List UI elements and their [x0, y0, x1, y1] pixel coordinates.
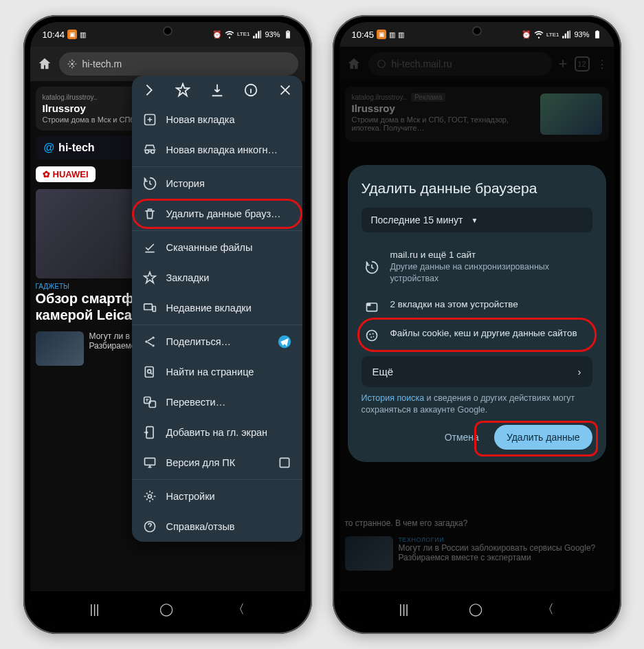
phone-right: 10:45 ▣ ▥ ▥ ⏰ LTE1 93% hi-tech.mail.ru +…: [333, 15, 621, 634]
url-bar[interactable]: hi-tech.m: [59, 52, 298, 76]
chevron-right-icon: ›: [578, 366, 581, 377]
dialog-buttons: Отмена Удалить данные: [362, 425, 592, 450]
row-title: mail.ru и ещё 1 сайт: [390, 249, 591, 261]
notification-icon: ▣: [67, 30, 77, 39]
row-title: 2 вкладки на этом устройстве: [390, 298, 518, 314]
trash-icon: [143, 207, 157, 221]
help-icon: [143, 520, 157, 534]
menu-share[interactable]: Поделиться…: [132, 327, 302, 357]
time-range-label: Последние 15 минут: [371, 214, 463, 226]
incognito-icon: [143, 143, 157, 157]
back-nav-icon[interactable]: 〈: [232, 601, 245, 617]
notification-icon: ▥: [389, 31, 395, 38]
footnote-link[interactable]: История поиска: [362, 393, 425, 403]
menu-settings[interactable]: Настройки: [132, 481, 302, 512]
row-sub: Другие данные на синхронизированных устр…: [390, 261, 591, 285]
svg-rect-10: [145, 367, 153, 377]
telegram-icon: [278, 335, 291, 349]
menu-desktop-site[interactable]: Версия для ПК: [132, 448, 302, 478]
clear-data-dialog: Удалить данные браузера Последние 15 мин…: [348, 165, 606, 462]
menu-top-actions: [132, 76, 302, 104]
overflow-menu: Новая вкладка Новая вкладка инкогн… Исто…: [132, 76, 302, 542]
home-icon[interactable]: [37, 56, 52, 72]
menu-new-tab[interactable]: Новая вкладка: [132, 104, 302, 135]
front-camera: [163, 26, 173, 36]
battery-pct: 93%: [265, 30, 280, 38]
plus-box-icon: [143, 113, 157, 126]
phone-left: 10:44 ▣ ▥ ⏰ LTE1 93% hi-tech.m katalo: [23, 15, 312, 634]
home-nav-icon[interactable]: ◯: [159, 602, 173, 617]
check-underline-icon: [143, 241, 157, 254]
battery-icon: [283, 30, 293, 39]
svg-point-23: [369, 333, 370, 335]
dialog-row-cookies[interactable]: Файлы cookie, кеш и другие данные сайтов: [362, 320, 592, 349]
menu-add-home[interactable]: Добавить на гл. экран: [132, 417, 302, 448]
time-range-dropdown[interactable]: Последние 15 минут ▼: [362, 208, 592, 232]
tab-icon: [363, 298, 381, 314]
svg-point-25: [370, 336, 372, 338]
svg-point-8: [152, 344, 154, 346]
dialog-footnote: История поиска и сведения о других дейст…: [362, 393, 592, 417]
menu-translate[interactable]: Перевести…: [132, 387, 302, 417]
battery-icon: [592, 30, 602, 39]
front-camera: [472, 26, 482, 36]
checkbox-icon[interactable]: [278, 456, 291, 470]
dialog-title: Удалить данные браузера: [362, 180, 592, 197]
menu-incognito[interactable]: Новая вкладка инкогн…: [132, 135, 302, 165]
alarm-icon: ⏰: [212, 30, 222, 39]
cookie-icon: [363, 327, 381, 342]
share-icon: [143, 335, 157, 349]
more-options[interactable]: Ещё ›: [362, 356, 592, 387]
download-icon[interactable]: [210, 82, 225, 98]
add-to-home-icon: [143, 426, 157, 439]
menu-help[interactable]: Справка/отзыв: [132, 512, 302, 542]
close-icon[interactable]: [278, 82, 293, 98]
svg-rect-4: [144, 304, 152, 309]
svg-point-22: [366, 330, 377, 340]
info-icon[interactable]: [243, 82, 258, 98]
history-icon: [143, 177, 157, 190]
android-nav-bar: ||| ◯ 〈: [30, 591, 305, 627]
android-nav-bar: ||| ◯ 〈: [340, 591, 614, 627]
signal-icon: [252, 30, 262, 39]
svg-point-26: [373, 336, 374, 338]
svg-point-1: [71, 63, 74, 65]
menu-clear-data[interactable]: Удалить данные брауз…: [132, 199, 302, 229]
wifi-icon: [225, 30, 234, 39]
confirm-delete-button[interactable]: Удалить данные: [494, 425, 592, 450]
svg-point-6: [152, 337, 154, 339]
huawei-chip[interactable]: ✿ HUAWEI: [36, 166, 96, 182]
recents-icon[interactable]: |||: [89, 602, 99, 617]
menu-recent-tabs[interactable]: Недавние вкладки: [132, 293, 302, 323]
huawei-label: HUAWEI: [53, 169, 89, 179]
hitech-label: hi-tech: [58, 142, 94, 154]
battery-pct: 93%: [574, 30, 589, 38]
notification-icon: ▥: [398, 31, 404, 38]
notification-icon: ▣: [377, 30, 386, 39]
dialog-row-tabs[interactable]: 2 вкладки на этом устройстве: [362, 292, 592, 320]
gear-icon: [143, 490, 157, 503]
dialog-row-history[interactable]: mail.ru и ещё 1 сайт Другие данные на си…: [362, 242, 592, 292]
menu-history[interactable]: История: [132, 168, 302, 199]
back-nav-icon[interactable]: 〈: [542, 601, 554, 617]
status-time: 10:45: [352, 30, 375, 40]
menu-bookmarks[interactable]: Закладки: [132, 263, 302, 293]
svg-point-7: [145, 340, 147, 342]
forward-icon[interactable]: [142, 82, 157, 98]
svg-rect-5: [153, 307, 155, 312]
desktop-icon: [143, 456, 157, 470]
status-time: 10:44: [43, 30, 65, 40]
cancel-button[interactable]: Отмена: [442, 426, 482, 448]
home-nav-icon[interactable]: ◯: [469, 602, 482, 617]
menu-downloads[interactable]: Скачанные файлы: [132, 232, 302, 263]
menu-find[interactable]: Найти на странице: [132, 357, 302, 387]
star-icon[interactable]: [175, 82, 190, 98]
history-icon: [363, 249, 381, 285]
devices-icon: [143, 301, 157, 315]
notification-icon: ▥: [80, 31, 86, 38]
recents-icon[interactable]: |||: [399, 602, 408, 617]
find-in-page-icon: [143, 365, 157, 379]
signal-icon: [562, 30, 571, 39]
url-text: hi-tech.m: [82, 58, 122, 69]
more-label: Ещё: [373, 366, 394, 377]
